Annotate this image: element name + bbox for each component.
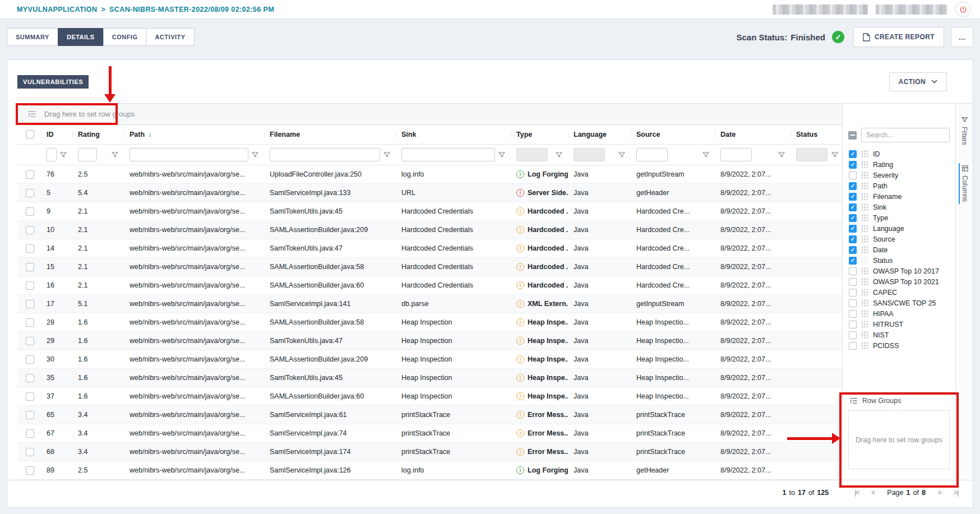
column-toggle-type[interactable]: Type [843,212,955,223]
row-checkbox[interactable] [26,318,34,327]
table-row[interactable]: 291.6web/nibrs-web/src/main/java/org/se.… [17,332,842,350]
column-toggle-language[interactable]: Language [843,223,955,234]
column-checkbox[interactable] [849,278,857,286]
more-options-button[interactable]: ... [951,27,973,47]
column-checkbox[interactable] [849,289,857,297]
drag-handle-icon[interactable] [861,278,868,285]
table-row[interactable]: 281.6web/nibrs-web/src/main/java/org/se.… [17,313,842,332]
column-checkbox[interactable] [849,182,857,190]
row-checkbox[interactable] [26,300,34,308]
column-checkbox[interactable] [849,193,857,201]
funnel-icon[interactable] [498,152,505,158]
column-checkbox[interactable] [849,342,857,350]
row-checkbox[interactable] [26,411,34,419]
column-toggle-filename[interactable]: Filename [843,191,955,202]
row-checkbox[interactable] [26,207,34,216]
row-checkbox[interactable] [26,263,34,271]
funnel-icon[interactable] [778,152,785,158]
column-header-type[interactable]: Type [511,125,568,145]
column-checkbox[interactable] [849,203,857,211]
tab-columns[interactable]: Columns [959,163,970,204]
column-checkbox[interactable] [849,267,857,275]
column-toggle-severity[interactable]: Severity [843,170,955,180]
table-row[interactable]: 351.6web/nibrs-web/src/main/java/org/se.… [17,369,842,387]
table-row[interactable]: 892.5web/nibrs-web/src/main/java/org/se.… [17,461,842,480]
column-checkbox[interactable] [849,235,857,243]
funnel-icon[interactable] [556,152,562,158]
drag-handle-icon[interactable] [861,193,868,200]
drag-handle-icon[interactable] [861,150,868,158]
drag-handle-icon[interactable] [861,246,868,253]
breadcrumb-application[interactable]: MYVULNAPPLICATION [17,6,97,13]
column-toggle-rating[interactable]: Rating [843,159,955,170]
table-row[interactable]: 653.4web/nibrs-web/src/main/java/org/se.… [17,406,842,424]
filename-filter-input[interactable] [270,148,380,161]
table-row[interactable]: 142.1web/nibrs-web/src/main/java/org/se.… [17,239,842,258]
last-page-button[interactable]: >| [954,489,958,497]
column-toggle-status[interactable]: Status [843,255,955,266]
select-all-checkbox[interactable] [26,130,34,138]
tab-filters[interactable]: Filters [959,115,969,147]
source-filter-input[interactable] [636,148,668,161]
drag-handle-icon[interactable] [861,289,868,296]
table-row[interactable]: 102.1web/nibrs-web/src/main/java/org/se.… [17,221,842,239]
row-checkbox[interactable] [26,466,34,475]
drag-handle-icon[interactable] [861,331,868,339]
column-header-sink[interactable]: Sink [396,125,511,145]
column-toggle-hitrust[interactable]: HITRUST [843,319,955,330]
row-checkbox[interactable] [26,355,34,364]
column-search-input[interactable] [861,128,950,142]
path-filter-input[interactable] [130,148,248,161]
column-toggle-hipaa[interactable]: HIPAA [843,308,955,319]
header-select-all[interactable] [17,125,41,145]
tab-details[interactable]: DETAILS [58,28,103,46]
first-page-button[interactable]: |< [854,489,859,497]
drag-handle-icon[interactable] [861,203,868,211]
column-toggle-date[interactable]: Date [843,244,955,255]
funnel-icon[interactable] [383,152,390,158]
column-toggle-id[interactable]: ID [843,149,955,159]
column-checkbox[interactable] [849,225,857,233]
column-header-filename[interactable]: Filename [264,125,396,145]
drag-handle-icon[interactable] [861,182,868,189]
table-row[interactable]: 683.4web/nibrs-web/src/main/java/org/se.… [17,443,842,461]
funnel-icon[interactable] [112,152,118,158]
drag-handle-icon[interactable] [861,214,868,221]
table-row[interactable]: 301.6web/nibrs-web/src/main/java/org/se.… [17,350,842,369]
column-checkbox[interactable] [849,161,857,169]
tab-activity[interactable]: ACTIVITY [146,28,194,46]
column-header-id[interactable]: ID [41,125,72,145]
drag-handle-icon[interactable] [861,172,868,179]
row-checkbox[interactable] [26,448,34,456]
rating-filter-input[interactable] [78,148,97,161]
table-row[interactable]: 371.6web/nibrs-web/src/main/java/org/se.… [17,387,842,406]
drag-handle-icon[interactable] [861,267,868,275]
table-row[interactable]: 762.5web/nibrs-web/src/main/java/org/se.… [17,165,842,184]
table-row[interactable]: 673.4web/nibrs-web/src/main/java/org/se.… [17,424,842,443]
table-row[interactable]: 162.1web/nibrs-web/src/main/java/org/se.… [17,276,842,295]
column-header-rating[interactable]: Rating [72,125,124,145]
previous-page-button[interactable]: < [871,489,875,497]
row-group-drop-zone[interactable]: Drag here to set row groups [17,104,842,125]
funnel-icon[interactable] [252,152,258,158]
column-checkbox[interactable] [849,310,857,318]
action-dropdown-button[interactable]: ACTION [889,72,947,91]
column-header-path[interactable]: Path↓ [124,125,264,145]
column-header-status[interactable]: Status [791,125,844,145]
drag-handle-icon[interactable] [861,235,868,243]
column-checkbox[interactable] [849,172,857,179]
sink-filter-input[interactable] [401,148,495,161]
row-checkbox[interactable] [26,244,34,253]
drag-handle-icon[interactable] [861,310,868,317]
drag-handle-icon[interactable] [861,225,868,232]
column-toggle-source[interactable]: Source [843,234,955,244]
column-checkbox[interactable] [849,214,857,222]
column-toggle-pcidss[interactable]: PCIDSS [843,340,955,351]
table-row[interactable]: 152.1web/nibrs-web/src/main/java/org/se.… [17,258,842,276]
date-filter-input[interactable] [720,148,752,161]
drag-handle-icon[interactable] [861,299,868,307]
column-toggle-sans-cwe-top-25[interactable]: SANS/CWE TOP 25 [843,298,955,308]
row-checkbox[interactable] [26,429,34,438]
column-checkbox[interactable] [849,331,857,339]
tab-config[interactable]: CONFIG [103,28,146,46]
